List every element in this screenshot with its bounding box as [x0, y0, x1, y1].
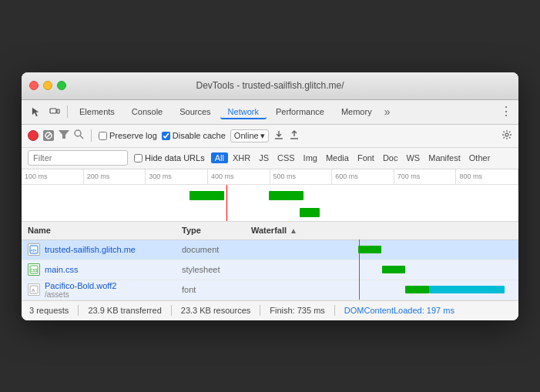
traffic-lights [29, 81, 66, 90]
tick-800ms: 800 ms [456, 169, 518, 184]
tick-100ms: 100 ms [22, 169, 84, 184]
device-toolbar-icon[interactable] [46, 103, 63, 120]
tab-elements[interactable]: Elements [72, 104, 122, 119]
search-icon[interactable] [74, 129, 84, 142]
hide-data-urls-checkbox[interactable] [134, 154, 143, 162]
filter-type-other[interactable]: Other [465, 152, 495, 163]
filter-type-xhr[interactable]: XHR [229, 152, 254, 163]
clear-button[interactable] [43, 130, 54, 141]
wf-red-line-1 [359, 240, 360, 260]
cell-waterfall-1 [245, 240, 518, 260]
menu-button[interactable]: ⋮ [500, 106, 512, 118]
filter-type-manifest[interactable]: Manifest [424, 152, 465, 163]
devtools-window: DevTools - trusted-sailfish.glitch.me/ E… [22, 72, 518, 320]
filename-3: Pacifico-Bold.woff2 [45, 281, 116, 290]
filter-type-js[interactable]: JS [255, 152, 273, 163]
tick-200ms: 200 ms [84, 169, 146, 184]
filter-type-font[interactable]: Font [354, 152, 378, 163]
table-row[interactable]: A Pacifico-Bold.woff2 /assets font [22, 280, 518, 300]
tick-300ms: 300 ms [146, 169, 208, 184]
more-tabs-button[interactable]: » [381, 106, 394, 118]
svg-point-4 [75, 130, 81, 136]
wf-red-line-3 [359, 280, 360, 300]
hide-data-urls-label[interactable]: Hide data URLs [134, 153, 205, 162]
filter-type-all[interactable]: All [211, 152, 228, 163]
font-file-name-group: Pacifico-Bold.woff2 /assets [45, 281, 116, 299]
wf-red-line-2 [359, 260, 360, 280]
tick-700ms: 700 ms [394, 169, 457, 184]
filter-type-css[interactable]: CSS [273, 152, 299, 163]
html-file-icon: </> [28, 243, 40, 256]
filter-type-doc[interactable]: Doc [379, 152, 402, 163]
wf-bar-3-green [405, 286, 429, 293]
preserve-log-label[interactable]: Preserve log [99, 131, 157, 140]
filter-type-media[interactable]: Media [322, 152, 353, 163]
status-dom-loaded: DOMContentLoaded: 197 ms [344, 306, 454, 315]
column-header-waterfall[interactable]: Waterfall ▲ [245, 226, 518, 235]
filter-input[interactable] [28, 150, 128, 166]
maximize-button[interactable] [57, 81, 66, 90]
wf-bar-2 [382, 266, 406, 273]
waterfall-bar-row-3 [251, 280, 512, 300]
timeline-panel: 100 ms 200 ms 300 ms 400 ms 500 ms 600 m… [22, 169, 518, 222]
css-file-icon: CSS [28, 263, 40, 276]
cursor-icon[interactable] [28, 103, 45, 120]
disable-cache-label[interactable]: Disable cache [162, 131, 226, 140]
filter-type-ws[interactable]: WS [402, 152, 424, 163]
svg-rect-1 [57, 109, 59, 113]
cell-name-1: </> trusted-sailfish.glitch.me [22, 243, 176, 256]
filter-type-img[interactable]: Img [300, 152, 321, 163]
status-requests: 3 requests [29, 306, 69, 315]
window-title: DevTools - trusted-sailfish.glitch.me/ [196, 80, 344, 91]
waterfall-overview [22, 185, 518, 222]
font-file-icon: A [28, 283, 40, 296]
record-button[interactable] [28, 130, 39, 141]
timeline-red-line [226, 185, 227, 222]
status-divider-4 [334, 305, 335, 316]
tab-performance[interactable]: Performance [268, 104, 332, 119]
tab-sources[interactable]: Sources [172, 104, 218, 119]
status-divider-2 [171, 305, 172, 316]
throttling-select[interactable]: Online ▾ [230, 129, 269, 142]
toolbar-divider-1 [67, 106, 68, 118]
cell-type-2: stylesheet [176, 265, 245, 274]
filter-icon[interactable] [59, 130, 69, 142]
table-row[interactable]: CSS main.css stylesheet [22, 260, 518, 280]
svg-point-8 [505, 133, 508, 136]
disable-cache-checkbox[interactable] [162, 132, 170, 140]
waterfall-bar-row-1 [251, 240, 512, 260]
close-button[interactable] [29, 81, 39, 90]
tab-memory[interactable]: Memory [334, 104, 380, 119]
status-divider-1 [78, 305, 79, 316]
chevron-down-icon: ▾ [260, 131, 265, 141]
cell-waterfall-2 [245, 260, 518, 280]
overview-bar-1 [190, 191, 224, 200]
tick-400ms: 400 ms [208, 169, 270, 184]
table-header: Name Type Waterfall ▲ [22, 222, 518, 240]
wf-bar-1 [358, 246, 382, 253]
import-har-icon[interactable] [273, 129, 284, 142]
svg-text:</>: </> [31, 248, 36, 253]
minimize-button[interactable] [43, 81, 52, 90]
tick-500ms: 500 ms [270, 169, 333, 184]
filename-1: trusted-sailfish.glitch.me [45, 245, 136, 254]
overview-bar-3 [300, 208, 320, 217]
tab-console[interactable]: Console [124, 104, 170, 119]
table-row[interactable]: </> trusted-sailfish.glitch.me document [22, 240, 518, 260]
export-har-icon[interactable] [289, 129, 300, 142]
network-table: Name Type Waterfall ▲ </> trusted-sailfi… [22, 222, 518, 300]
settings-icon[interactable] [501, 129, 512, 142]
column-header-type[interactable]: Type [176, 226, 245, 235]
status-resources: 23.3 KB resources [181, 306, 251, 315]
waterfall-bar-row-2 [251, 260, 512, 280]
tab-network[interactable]: Network [220, 104, 267, 119]
main-toolbar: Elements Console Sources Network Perform… [22, 100, 518, 125]
column-header-name[interactable]: Name [22, 226, 176, 235]
network-toolbar-divider [91, 129, 92, 142]
svg-rect-0 [50, 109, 56, 113]
preserve-log-checkbox[interactable] [99, 132, 107, 140]
status-divider-3 [260, 305, 260, 316]
filename-2: main.css [45, 265, 78, 274]
filter-bar: Hide data URLs All XHR JS CSS Img Media … [22, 148, 518, 169]
cell-waterfall-3 [245, 280, 518, 300]
